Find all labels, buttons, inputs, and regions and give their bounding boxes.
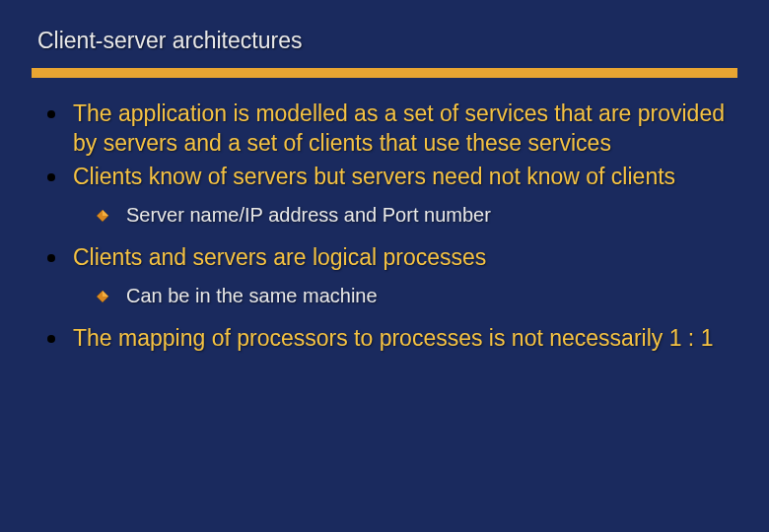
- bullet-dot-icon: [47, 173, 55, 181]
- bullet-item: The mapping of processors to processes i…: [41, 324, 728, 354]
- diamond-icon: [97, 208, 108, 220]
- bullet-dot-icon: [47, 335, 55, 343]
- bullet-text: The application is modelled as a set of …: [73, 100, 728, 159]
- bullet-item: The application is modelled as a set of …: [41, 100, 728, 159]
- bullet-text: The mapping of processors to processes i…: [73, 324, 713, 354]
- bullet-dot-icon: [47, 110, 55, 118]
- bullet-text: Clients know of servers but servers need…: [73, 163, 675, 192]
- bullet-text: Clients and servers are logical processe…: [73, 243, 486, 273]
- bullet-item: Clients and servers are logical processe…: [41, 243, 728, 273]
- sub-bullet-item: Server name/IP address and Port number: [97, 202, 728, 228]
- sub-bullet-text: Server name/IP address and Port number: [126, 202, 491, 228]
- diamond-icon: [97, 289, 108, 300]
- sub-bullet-item: Can be in the same machine: [97, 283, 728, 308]
- sub-bullet-text: Can be in the same machine: [126, 283, 378, 308]
- slide-title: Client-server architectures: [37, 28, 732, 54]
- title-divider: [32, 68, 737, 78]
- bullet-item: Clients know of servers but servers need…: [41, 163, 728, 192]
- bullet-dot-icon: [47, 254, 55, 262]
- slide-header: Client-server architectures: [0, 0, 769, 78]
- slide-content: The application is modelled as a set of …: [0, 78, 769, 353]
